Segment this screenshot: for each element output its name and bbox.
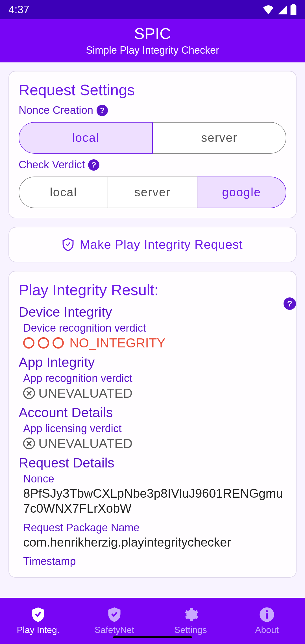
request-settings-title: Request Settings [19,81,286,99]
nonce-value: 8PfSJy3TbwCXLpNbe3p8IVluJ9601RENGgmu7c0W… [23,486,286,516]
circle-outline-icon [23,337,34,349]
segment-nonce-local[interactable]: local [19,122,153,154]
package-name-label: Request Package Name [23,522,286,534]
shield-check-icon [30,607,46,623]
nonce-creation-segmented: local server [19,122,286,154]
circle-outline-icon [38,337,49,349]
device-verdict-label: Device recognition verdict [23,322,286,334]
result-title: Play Integrity Result: [19,281,286,299]
circle-outline-icon [53,337,64,349]
request-details-header: Request Details [19,455,286,471]
device-integrity-header: Device Integrity [19,304,286,320]
segment-verdict-local[interactable]: local [19,177,108,208]
nav-about[interactable]: About [229,598,305,644]
app-subtitle: Simple Play Integrity Checker [0,44,305,56]
nav-label: Settings [174,625,207,635]
account-details-header: Account Details [19,405,286,420]
shield-icon [62,238,74,251]
svg-rect-0 [291,5,297,15]
svg-rect-1 [292,4,295,6]
licensing-verdict-label: App licensing verdict [23,423,286,435]
segment-verdict-google[interactable]: google [197,177,286,208]
app-title: SPIC [0,24,305,43]
help-icon[interactable]: ? [284,297,296,310]
nav-label: About [255,625,279,635]
nonce-creation-label: Nonce Creation ? [19,104,286,116]
check-verdict-label: Check Verdict ? [19,159,286,171]
info-icon [259,607,275,623]
status-bar: 4:37 [0,0,305,19]
nav-play-integrity[interactable]: Play Integ. [0,598,76,644]
request-settings-card: Request Settings Nonce Creation ? local … [8,71,297,218]
svg-point-4 [266,610,268,612]
device-verdict-value: NO_INTEGRITY [23,335,286,351]
gear-icon [183,607,199,623]
battery-icon [290,4,297,15]
circle-x-icon [23,438,35,449]
shield-check-outline-icon [106,607,122,623]
help-icon[interactable]: ? [88,159,99,171]
licensing-verdict-value: UNEVALUATED [23,436,286,451]
app-integrity-header: App Integrity [19,354,286,370]
result-card: Play Integrity Result: ? Device Integrit… [8,271,297,578]
help-icon[interactable]: ? [97,105,108,116]
signal-icon [277,5,287,14]
timestamp-label: Timestamp [23,555,286,567]
package-name-value: com.henrikherzig.playintegritychecker [23,535,286,550]
wifi-icon [263,5,274,14]
circle-x-icon [23,387,35,399]
verdict-segmented: local server google [19,177,286,208]
segment-verdict-server[interactable]: server [108,177,197,208]
nav-label: Play Integ. [17,625,59,635]
segment-nonce-server[interactable]: server [153,122,286,154]
nonce-label: Nonce [23,473,286,485]
app-verdict-value: UNEVALUATED [23,386,286,401]
make-request-button[interactable]: Make Play Integrity Request [8,227,297,262]
nav-label: SafetyNet [95,625,134,635]
svg-rect-3 [266,613,268,619]
status-time: 4:37 [8,4,29,16]
app-bar: SPIC Simple Play Integrity Checker [0,19,305,62]
gesture-handle[interactable] [113,636,192,638]
app-verdict-label: App recognition verdict [23,372,286,384]
status-icons [263,4,297,15]
